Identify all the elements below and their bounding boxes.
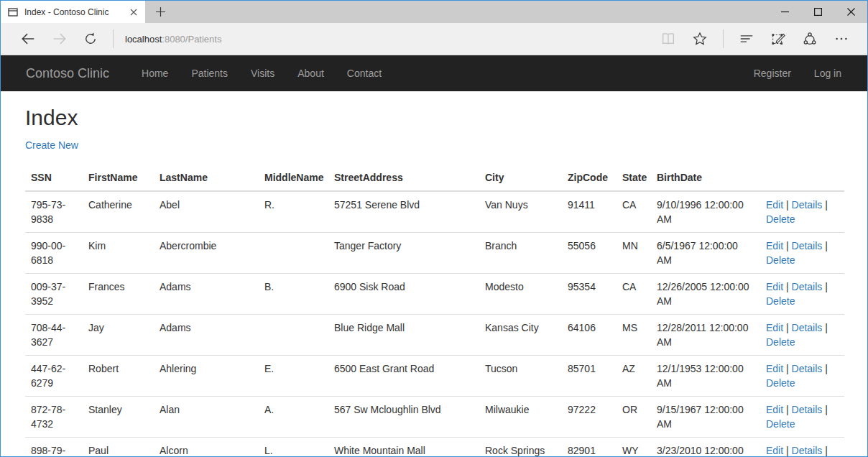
forward-icon[interactable] [52,31,68,47]
nav-item-patients[interactable]: Patients [180,57,239,90]
tab-close-icon[interactable] [128,6,139,18]
browser-tab[interactable]: Index - Contoso Clinic [1,1,145,23]
cell-birth-date: 12/1/1953 12:00:00 AM [651,356,760,397]
edit-link[interactable]: Edit [766,281,783,292]
cell-first-name: Robert [83,356,154,397]
col-header-zipcode: ZipCode [562,165,617,191]
cell-ssn: 872-78-4732 [25,397,83,438]
brand-link[interactable]: Contoso Clinic [15,66,120,81]
web-note-icon[interactable] [770,31,786,47]
create-new-link[interactable]: Create New [25,139,78,151]
edit-link[interactable]: Edit [766,199,783,211]
nav-item-visits[interactable]: Visits [239,57,286,90]
cell-actions: Edit | Details | Delete [760,315,844,356]
details-link[interactable]: Details [792,199,823,211]
cell-ssn: 795-73-9838 [25,191,83,233]
cell-actions: Edit | Details | Delete [760,356,844,397]
cell-middle-name [259,315,328,356]
page-icon [8,7,18,17]
cell-street-address: White Mountain Mall [328,438,479,456]
delete-link[interactable]: Delete [766,295,795,307]
url-text[interactable]: localhost:8080/Patients [125,34,221,45]
table-row: 872-78-4732StanleyAlanA.567 Sw Mcloughli… [25,397,844,438]
cell-birth-date: 12/28/2011 12:00:00 AM [651,315,760,356]
cell-birth-date: 9/15/1967 12:00:00 AM [651,397,760,438]
cell-street-address: Blue Ridge Mall [328,315,479,356]
cell-zip-code: 82901 [562,438,617,456]
cell-middle-name: R. [259,191,328,233]
details-link[interactable]: Details [792,445,823,456]
favorites-star-icon[interactable] [692,31,708,47]
table-row: 009-37-3952FrancesAdamsB.6900 Sisk RoadM… [25,274,844,315]
cell-last-name: Alan [154,397,259,438]
edit-link[interactable]: Edit [766,404,783,415]
url-host: localhost [125,34,162,45]
details-link[interactable]: Details [792,363,823,374]
cell-street-address: 57251 Serene Blvd [328,191,479,233]
delete-link[interactable]: Delete [766,336,795,348]
cell-zip-code: 64106 [562,315,617,356]
cell-actions: Edit | Details | Delete [760,397,844,438]
cell-first-name: Stanley [83,397,154,438]
cell-state: AZ [617,356,651,397]
cell-city: Modesto [479,274,562,315]
cell-ssn: 447-62-6279 [25,356,83,397]
edit-link[interactable]: Edit [766,240,783,251]
cell-zip-code: 95354 [562,274,617,315]
cell-actions: Edit | Details | Delete [760,233,844,274]
delete-link[interactable]: Delete [766,377,795,389]
cell-state: CA [617,191,651,233]
cell-zip-code: 91411 [562,191,617,233]
share-icon[interactable] [802,31,818,47]
more-icon[interactable] [834,31,849,47]
hub-icon[interactable] [739,31,754,47]
reading-view-icon[interactable] [660,31,676,47]
cell-ssn: 708-44-3627 [25,315,83,356]
cell-last-name: Abercrombie [154,233,259,274]
new-tab-button[interactable] [145,1,176,23]
nav-item-log-in[interactable]: Log in [803,57,853,90]
cell-first-name: Paul [83,438,154,456]
back-icon[interactable] [20,31,36,47]
col-header-birthdate: BirthDate [651,165,760,191]
cell-first-name: Catherine [83,191,154,233]
cell-last-name: Abel [154,191,259,233]
delete-link[interactable]: Delete [766,418,795,430]
cell-last-name: Adams [154,315,259,356]
nav-item-home[interactable]: Home [130,57,180,90]
cell-first-name: Frances [83,274,154,315]
nav-item-about[interactable]: About [286,57,336,90]
nav-item-register[interactable]: Register [742,57,803,90]
navbar-right-links: RegisterLog in [742,57,853,90]
cell-state: MN [617,233,651,274]
delete-link[interactable]: Delete [766,213,795,225]
cell-ssn: 990-00-6818 [25,233,83,274]
details-link[interactable]: Details [792,404,823,415]
col-header-actions [760,165,844,191]
cell-first-name: Jay [83,315,154,356]
col-header-state: State [617,165,651,191]
cell-zip-code: 55056 [562,233,617,274]
edit-link[interactable]: Edit [766,322,783,333]
table-row: 898-79-3731PaulAlcornL.White Mountain Ma… [25,438,844,456]
tab-strip: Index - Contoso Clinic [1,1,867,23]
cell-middle-name: A. [259,397,328,438]
cell-birth-date: 12/26/2005 12:00:00 AM [651,274,760,315]
delete-link[interactable]: Delete [766,254,795,266]
address-bar: localhost:8080/Patients [1,23,867,55]
close-button[interactable] [834,1,867,23]
edit-link[interactable]: Edit [766,445,783,456]
cell-city: Van Nuys [479,191,562,233]
col-header-middlename: MiddleName [259,165,328,191]
cell-actions: Edit | Details | Delete [760,274,844,315]
cell-zip-code: 97222 [562,397,617,438]
minimize-button[interactable] [768,1,801,23]
details-link[interactable]: Details [792,322,823,333]
maximize-button[interactable] [801,1,834,23]
edit-link[interactable]: Edit [766,363,783,374]
details-link[interactable]: Details [792,240,823,251]
details-link[interactable]: Details [792,281,823,292]
refresh-icon[interactable] [83,32,98,46]
nav-item-contact[interactable]: Contact [336,57,393,90]
col-header-ssn: SSN [25,165,83,191]
